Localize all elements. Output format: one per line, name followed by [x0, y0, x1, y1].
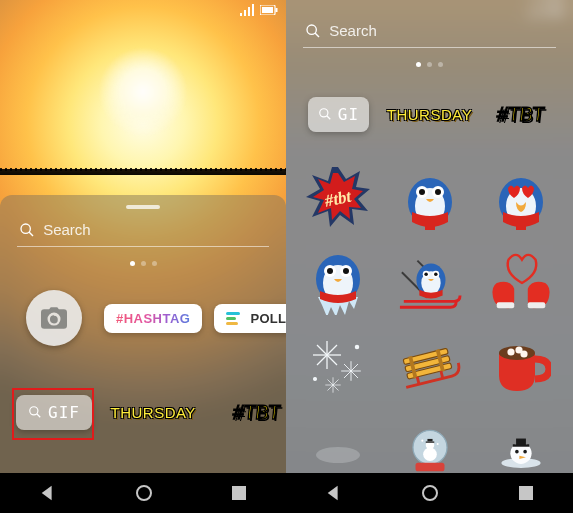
- gif-label: GI: [338, 105, 359, 124]
- penguin-icicles-sticker[interactable]: [306, 250, 370, 314]
- tbt-label: #TBT: [496, 103, 545, 125]
- svg-point-84: [523, 450, 527, 454]
- svg-rect-8: [232, 486, 246, 500]
- sticker-grid: #HASHTAG POLL GIF THURSDAY #TBT: [0, 280, 286, 450]
- svg-rect-28: [516, 216, 526, 230]
- penguin-hearteyes-sticker[interactable]: [489, 166, 553, 230]
- svg-line-4: [29, 232, 33, 236]
- sticker-search-input[interactable]: [329, 22, 554, 39]
- thursday-sticker-button[interactable]: THURSDAY: [387, 106, 472, 123]
- snowflakes-sticker[interactable]: [306, 334, 370, 398]
- search-icon: [318, 107, 332, 121]
- sticker-search-row[interactable]: [17, 217, 269, 247]
- sticker-search-row[interactable]: [303, 18, 556, 48]
- dot: [427, 62, 432, 67]
- recents-button[interactable]: [518, 485, 534, 501]
- android-navbar: [286, 473, 573, 513]
- svg-point-41: [424, 272, 427, 275]
- search-icon: [28, 405, 42, 419]
- status-bar: [0, 0, 286, 20]
- sheet-grip-handle[interactable]: [126, 205, 160, 209]
- sticker-search-input[interactable]: [43, 221, 267, 238]
- back-button[interactable]: [39, 484, 57, 502]
- sled-sticker[interactable]: [398, 334, 462, 398]
- svg-line-13: [315, 33, 319, 37]
- home-button[interactable]: [420, 483, 440, 503]
- dot: [152, 261, 157, 266]
- svg-rect-1: [262, 7, 273, 13]
- svg-point-58: [314, 378, 317, 381]
- svg-rect-43: [496, 302, 513, 308]
- svg-rect-25: [425, 216, 435, 230]
- mittens-heart-sticker[interactable]: [489, 250, 553, 314]
- svg-line-64: [417, 377, 419, 384]
- phone-left-screenshot: #HASHTAG POLL GIF THURSDAY #TBT: [0, 0, 286, 513]
- sticker-sheet-expanded: GI THURSDAY #TBT #tbt: [286, 0, 573, 473]
- hashtag-sticker-button[interactable]: #HASHTAG: [104, 304, 203, 333]
- svg-point-23: [419, 189, 425, 195]
- svg-point-69: [520, 350, 527, 357]
- android-navbar: [0, 473, 286, 513]
- svg-point-12: [307, 25, 316, 34]
- svg-point-67: [507, 348, 514, 355]
- svg-rect-80: [415, 463, 444, 472]
- svg-point-57: [356, 345, 359, 348]
- svg-line-6: [37, 414, 41, 418]
- svg-rect-44: [527, 302, 544, 308]
- svg-point-70: [316, 447, 360, 463]
- dot: [438, 62, 443, 67]
- poll-bars-icon: [226, 312, 240, 325]
- recents-button[interactable]: [231, 485, 247, 501]
- svg-point-24: [435, 189, 441, 195]
- sticker-grid: GI THURSDAY #TBT #tbt: [286, 81, 573, 483]
- svg-point-5: [30, 407, 38, 415]
- penguin-sticker[interactable]: [398, 166, 462, 230]
- dot: [141, 261, 146, 266]
- gif-sticker-button[interactable]: GI: [308, 97, 369, 132]
- cell-signal-icon: [240, 4, 254, 16]
- svg-point-42: [434, 272, 437, 275]
- svg-point-78: [436, 443, 438, 445]
- svg-point-7: [137, 486, 151, 500]
- dot-active: [416, 62, 421, 67]
- svg-point-3: [21, 224, 30, 233]
- svg-line-65: [440, 371, 442, 378]
- svg-rect-88: [519, 486, 533, 500]
- svg-point-79: [423, 452, 425, 454]
- hashtag-label: #HASHTAG: [116, 311, 191, 326]
- svg-point-77: [421, 440, 423, 442]
- search-icon: [19, 222, 35, 238]
- svg-point-14: [320, 109, 328, 117]
- thursday-sticker-button[interactable]: THURSDAY: [110, 404, 195, 421]
- thursday-label: THURSDAY: [110, 404, 195, 421]
- horizon-line: [0, 169, 286, 175]
- camera-sticker-button[interactable]: [26, 290, 82, 346]
- tbt-burst-sticker[interactable]: #tbt: [306, 166, 370, 230]
- svg-point-34: [343, 268, 349, 274]
- svg-rect-86: [512, 444, 528, 446]
- svg-rect-75: [427, 439, 432, 442]
- search-icon: [305, 23, 321, 39]
- tbt-sticker-button[interactable]: #TBT: [232, 401, 281, 424]
- phone-right-screenshot: GI THURSDAY #TBT #tbt: [286, 0, 573, 513]
- svg-line-15: [327, 116, 331, 120]
- svg-point-87: [423, 486, 437, 500]
- thursday-label: THURSDAY: [387, 106, 472, 123]
- tbt-sticker-button[interactable]: #TBT: [496, 103, 545, 126]
- svg-point-33: [327, 268, 333, 274]
- sticker-sheet: #HASHTAG POLL GIF THURSDAY #TBT: [0, 195, 286, 473]
- hot-cocoa-sticker[interactable]: [489, 334, 553, 398]
- camera-icon: [41, 307, 67, 329]
- pagination-dots: [416, 62, 443, 67]
- gif-sticker-button[interactable]: GIF: [16, 395, 92, 430]
- svg-point-73: [423, 447, 437, 461]
- svg-rect-76: [425, 441, 434, 442]
- svg-rect-2: [276, 8, 278, 12]
- battery-icon: [260, 5, 278, 15]
- sun-glare: [98, 47, 188, 137]
- svg-point-83: [515, 450, 519, 454]
- back-button[interactable]: [325, 484, 343, 502]
- home-button[interactable]: [134, 483, 154, 503]
- penguin-ski-sticker[interactable]: [398, 250, 462, 314]
- pagination-dots: [130, 261, 157, 266]
